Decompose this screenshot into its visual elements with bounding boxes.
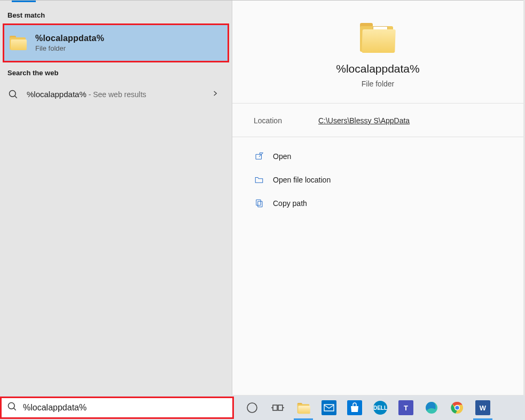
copy-path-label: Copy path xyxy=(273,199,307,208)
svg-rect-9 xyxy=(278,405,283,410)
preview-location-row: Location C:\Users\Blessy S\AppData xyxy=(232,104,523,137)
preview-actions: Open Open file location Copy path xyxy=(232,137,523,223)
svg-rect-4 xyxy=(258,201,262,207)
best-match-result[interactable]: %localappdata% File folder xyxy=(3,23,229,62)
open-file-location-label: Open file location xyxy=(273,176,331,184)
svg-rect-8 xyxy=(273,405,277,410)
file-explorer-button[interactable] xyxy=(291,395,316,420)
cortana-button[interactable] xyxy=(239,395,265,420)
store-button[interactable] xyxy=(342,395,367,420)
preview-type: File folder xyxy=(362,80,394,88)
svg-point-15 xyxy=(455,406,459,409)
best-match-subtitle: File folder xyxy=(35,44,104,52)
svg-point-0 xyxy=(10,91,16,97)
svg-point-7 xyxy=(247,403,257,413)
folder-icon xyxy=(10,36,28,51)
windows-search-panel: Best match %localappdata% File folder Se… xyxy=(0,0,523,395)
best-match-text: %localappdata% File folder xyxy=(35,34,104,52)
svg-line-1 xyxy=(15,96,17,98)
open-label: Open xyxy=(273,152,291,161)
best-match-title: %localappdata% xyxy=(35,34,104,43)
copy-icon xyxy=(254,198,264,209)
open-icon xyxy=(254,151,264,162)
search-icon xyxy=(7,89,19,100)
open-action[interactable]: Open xyxy=(250,147,505,166)
folder-location-icon xyxy=(254,175,264,185)
task-view-button[interactable] xyxy=(265,395,291,420)
svg-rect-3 xyxy=(256,200,261,205)
edge-button[interactable] xyxy=(419,395,444,420)
svg-line-6 xyxy=(14,408,16,410)
dell-app-button[interactable]: DELL xyxy=(367,395,393,420)
web-result-text: %localappdata% - See web results xyxy=(27,90,146,99)
taskbar-search-input[interactable] xyxy=(23,403,227,413)
location-link[interactable]: C:\Users\Blessy S\AppData xyxy=(318,116,410,125)
copy-path-action[interactable]: Copy path xyxy=(250,194,505,213)
results-column: Best match %localappdata% File folder Se… xyxy=(0,1,232,395)
web-result-title: %localappdata% xyxy=(27,90,87,99)
web-search-result[interactable]: %localappdata% - See web results xyxy=(0,81,232,108)
folder-icon xyxy=(360,23,396,53)
svg-point-5 xyxy=(9,403,15,409)
preview-header: %localappdata% File folder xyxy=(232,1,523,104)
preview-pane: %localappdata% File folder Location C:\U… xyxy=(232,1,523,395)
mail-button[interactable] xyxy=(316,395,342,420)
preview-title: %localappdata% xyxy=(336,62,419,75)
best-match-header: Best match xyxy=(0,5,232,23)
chevron-right-icon xyxy=(211,90,219,99)
word-button[interactable]: W xyxy=(470,395,496,420)
teams-button[interactable]: T xyxy=(393,395,419,420)
active-scope-indicator xyxy=(12,1,36,2)
taskbar: DELL T W xyxy=(0,395,525,420)
taskbar-icons: DELL T W xyxy=(239,395,496,420)
location-label: Location xyxy=(254,116,282,125)
open-file-location-action[interactable]: Open file location xyxy=(250,170,505,189)
chrome-button[interactable] xyxy=(444,395,470,420)
search-icon xyxy=(7,401,18,414)
web-result-subtitle: - See web results xyxy=(87,90,146,99)
taskbar-search-box[interactable] xyxy=(0,397,234,419)
search-web-header: Search the web xyxy=(0,62,232,81)
